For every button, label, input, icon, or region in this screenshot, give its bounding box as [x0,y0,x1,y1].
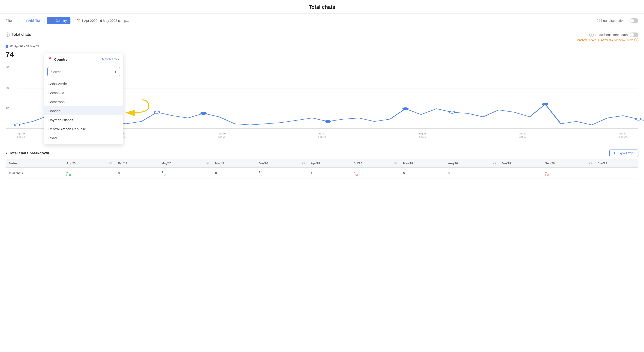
export-csv-button[interactable]: ⬇ Export CSV [609,150,638,157]
add-filter-button[interactable]: + + Add filter [18,17,44,24]
col-vs-5: vs [490,159,499,168]
cell-aug20: 3 [445,168,490,178]
benchmark-toggle[interactable] [630,32,638,37]
match-any-selector[interactable]: Match any ▾ [102,57,120,61]
select-placeholder: Select [51,70,61,74]
match-chevron-icon: ▾ [118,57,120,61]
col-vs-1: vs [106,159,115,168]
legend-dot [6,45,8,48]
svg-point-8 [450,111,454,113]
country-list: Cabo Verde Cambodia Cameroon Canada Caym… [44,79,123,143]
svg-point-10 [636,118,641,120]
list-item[interactable]: Chad [44,134,123,143]
country-dropdown: 📍 Country Match any ▾ Select ▾ Cabo Verd… [44,53,123,145]
col-may18: May'18 [400,159,445,168]
list-item[interactable]: Cambodia [44,88,123,97]
breakdown-toggle-title[interactable]: ▾ Total chats breakdown [6,151,49,155]
country-filter-button[interactable]: 📍 Country [47,17,70,24]
dropdown-location-icon: 📍 [48,57,52,61]
col-sep20: Sep'20 [542,159,586,168]
cell-mar18: 0 [212,168,256,178]
col-may20: May'20 [159,159,204,168]
col-vs-6: vs [586,159,595,168]
distribution-toggle[interactable] [630,18,638,23]
col-apr18: Apr'18 [308,159,351,168]
select-arrow-icon: ▾ [114,70,116,74]
benchmark-label: Show benchmark data [596,33,628,37]
chart-legend: 01 Apr'20 - 09 May'22 [6,45,638,48]
svg-point-7 [403,108,408,110]
download-icon: ⬇ [613,151,616,155]
location-icon: 📍 [50,19,54,22]
breakdown-table: Series Apr'20 vs Feb'18 May'20 vs Mar'18… [6,159,638,179]
cell-jun20: 6 (+5) [256,168,299,178]
country-select-control[interactable]: Select ▾ [48,67,120,76]
calendar-icon: 📅 [76,19,80,22]
list-item[interactable]: Cameroon [44,97,123,106]
svg-point-4 [154,111,160,113]
cell-apr20: 1 (+1) [64,168,106,178]
distribution-label: 24-hour distribution: [596,19,626,22]
series-name: Total chats [6,168,64,178]
col-jun20: Jun'20 [256,159,299,168]
svg-point-6 [325,120,330,123]
col-vs-4: vs [392,159,400,168]
col-jun18-2: Jun'18 [595,159,638,168]
list-item[interactable]: Canada [44,106,123,115]
col-mar18: Mar'18 [212,159,256,168]
col-apr20: Apr'20 [64,159,106,168]
page-title: Total chats [0,0,644,14]
legend-text: 01 Apr'20 - 09 May'22 [10,45,40,48]
col-aug20: Aug'20 [445,159,490,168]
cell-jun18-2 [595,168,638,178]
dropdown-title: Country [54,57,68,61]
cell-jun18: 3 [499,168,542,178]
col-feb18: Feb'18 [115,159,158,168]
cell-may18: 6 [400,168,445,178]
cell-apr18: 1 [308,168,351,178]
cell-feb18: 0 [115,168,158,178]
filters-label: Filters: [6,19,15,22]
svg-point-9 [543,103,548,105]
date-range-button[interactable]: 📅 1 Apr 2020 - 9 May 2022 comp... [73,17,132,24]
table-row: Total chats 1 (+1) 0 5 (+5) 0 6 [6,168,638,178]
col-jul20: Jul'20 [351,159,392,168]
benchmark-warning-text: Benchmark data is unavailable for active… [576,38,633,42]
benchmark-info-icon[interactable]: i [589,33,594,37]
cell-jul20: 0 (-6) [351,168,392,178]
benchmark-warning-icon: i [634,38,638,42]
svg-point-5 [201,112,206,115]
list-item[interactable]: Central African Republic [44,125,123,134]
add-filter-icon: + [22,19,24,22]
list-item[interactable]: Cayman Islands [44,115,123,125]
filters-bar: Filters: + + Add filter 📍 Country 📅 1 Ap… [0,14,644,28]
list-item[interactable]: Cabo Verde [44,79,123,88]
col-series: Series [6,159,64,168]
breakdown-chevron-icon: ▾ [6,151,7,155]
chart-title-text: Total chats [12,32,31,37]
col-jun18: Jun'18 [499,159,542,168]
chart-info-icon[interactable]: i [6,32,10,37]
col-vs-2: vs [204,159,212,168]
svg-point-1 [15,124,20,126]
breakdown-title-text: Total chats breakdown [9,151,49,155]
breakdown-section: ▾ Total chats breakdown ⬇ Export CSV Ser… [6,146,638,179]
cell-may20: 5 (+5) [159,168,204,178]
col-vs-3: vs [299,159,308,168]
cell-sep20: 1 (-7) [542,168,586,178]
